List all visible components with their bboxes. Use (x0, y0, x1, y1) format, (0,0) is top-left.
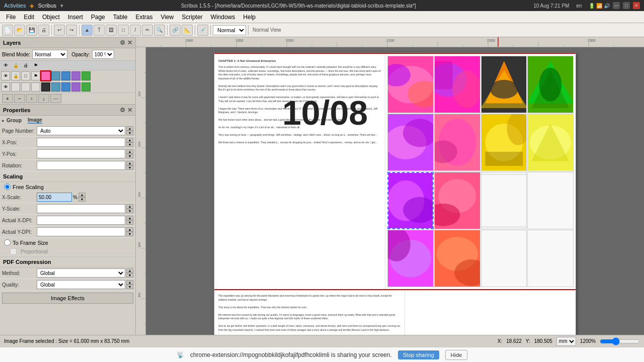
activities-label[interactable]: Activities (4, 3, 26, 9)
page-number-down[interactable]: ▼ (126, 131, 133, 135)
menu-insert[interactable]: Insert (64, 13, 87, 22)
ypos-up[interactable]: ▲ (126, 149, 133, 154)
layer1-print[interactable]: □ (21, 71, 30, 80)
move-layer-up-button[interactable]: ↑ (26, 94, 37, 103)
menu-windows[interactable]: Windows (207, 13, 239, 22)
xscale-down[interactable]: ▼ (78, 197, 86, 202)
unit-select[interactable]: mm (556, 337, 576, 346)
canvas-area[interactable]: 1900 1950 2000 2100 2200 2300 (136, 37, 644, 335)
text-tool[interactable]: T (94, 25, 105, 36)
layer2-print[interactable] (21, 82, 30, 92)
layer2-color-1[interactable] (41, 82, 50, 92)
properties-settings-icon[interactable]: ⚙ (120, 107, 125, 114)
menu-view[interactable]: View (156, 13, 178, 22)
open-button[interactable]: 📂 (14, 25, 25, 36)
shape-tool[interactable]: □ (118, 25, 129, 36)
actual-xdpi-input[interactable]: 146.00 (37, 216, 125, 225)
menu-table[interactable]: Table (109, 13, 132, 22)
rotation-up[interactable]: ▲ (126, 161, 133, 165)
menu-object[interactable]: Object (38, 13, 64, 22)
actual-ydpi-input[interactable]: 146.00 (37, 227, 125, 236)
layer1-color-4[interactable] (71, 71, 80, 80)
menu-edit[interactable]: Edit (20, 13, 38, 22)
ypos-input[interactable]: 0.000 mm (37, 149, 125, 158)
measure-tool[interactable]: 📐 (182, 25, 193, 36)
prop-tab-group[interactable]: ▸ (2, 118, 5, 123)
new-button[interactable]: 📄 (2, 25, 13, 36)
actual-xdpi-up[interactable]: ▲ (126, 216, 133, 220)
mode-select[interactable]: Normal (213, 25, 246, 35)
free-scaling-radio[interactable] (4, 184, 11, 190)
layer2-eye[interactable]: 👁 (1, 82, 10, 92)
menu-extras[interactable]: Extras (131, 13, 156, 22)
image-tool[interactable]: 🖼 (106, 25, 117, 36)
menu-help[interactable]: Help (239, 13, 260, 22)
add-layer-button[interactable]: + (2, 94, 13, 103)
method-select[interactable]: Global (37, 268, 125, 278)
opacity-select[interactable]: 100 % (92, 50, 114, 59)
maximize-button[interactable]: □ (623, 2, 630, 9)
method-down[interactable]: ▼ (126, 273, 133, 278)
layer1-lock[interactable]: 🔒 (11, 71, 20, 80)
link-tool[interactable]: 🔗 (170, 25, 181, 36)
layer2-color-4[interactable] (71, 82, 80, 92)
yscale-down[interactable]: ▼ (126, 209, 133, 213)
yscale-up[interactable]: ▲ (126, 204, 133, 209)
layer2-lock[interactable] (11, 82, 20, 92)
layer2-color-3[interactable] (61, 82, 70, 92)
layer1-color-2[interactable] (51, 71, 60, 80)
undo-button[interactable]: ↩ (54, 25, 65, 36)
xpos-up[interactable]: ▲ (126, 138, 133, 142)
xscale-up[interactable]: ▲ (78, 193, 86, 197)
move-layer-down-button[interactable]: ↓ (38, 94, 49, 103)
quality-select[interactable]: Global (37, 280, 125, 289)
close-button[interactable]: ✕ (633, 2, 640, 9)
line-tool[interactable]: / (130, 25, 141, 36)
actual-ydpi-up[interactable]: ▲ (126, 227, 133, 232)
layers-close-icon[interactable]: ✕ (127, 39, 132, 46)
actual-xdpi-down[interactable]: ▼ (126, 220, 133, 225)
stop-sharing-button[interactable]: Stop sharing (398, 350, 439, 359)
properties-close-icon[interactable]: ✕ (127, 107, 132, 114)
to-frame-size-label[interactable]: To Frame Size (13, 240, 48, 246)
quality-up[interactable]: ▲ (126, 280, 133, 285)
quality-down[interactable]: ▼ (126, 285, 133, 289)
proportional-checkbox[interactable] (10, 248, 17, 255)
layer1-color-1[interactable] (41, 71, 50, 80)
proportional-label[interactable]: Proportional (21, 249, 48, 254)
menu-file[interactable]: File (2, 13, 20, 22)
hide-button[interactable]: Hide (445, 350, 468, 360)
layer1-color-5[interactable] (82, 71, 91, 80)
layer2-color-2[interactable] (51, 82, 60, 92)
zoom-tool[interactable]: 🔍 (154, 25, 165, 36)
rotation-down[interactable]: ▼ (126, 165, 133, 170)
method-up[interactable]: ▲ (126, 268, 133, 273)
free-scaling-label[interactable]: Free Scaling (13, 184, 44, 190)
redo-button[interactable]: ↪ (66, 25, 77, 36)
prop-image-label[interactable]: Image (28, 117, 42, 124)
to-frame-size-radio[interactable] (4, 239, 11, 246)
pencil-tool[interactable]: ✏ (142, 25, 153, 36)
layer2-color-5[interactable] (82, 82, 91, 92)
layer-options-button[interactable]: ⋯ (50, 94, 61, 103)
layer1-eye[interactable]: 👁 (1, 71, 10, 80)
blend-mode-select[interactable]: Normal (32, 50, 67, 59)
layers-settings-icon[interactable]: ⚙ (120, 39, 125, 46)
layer1-flag[interactable]: ⚑ (31, 71, 40, 80)
zoom-slider[interactable] (600, 338, 640, 345)
menu-scripter[interactable]: Scripter (178, 13, 206, 22)
save-button[interactable]: 💾 (26, 25, 37, 36)
remove-layer-button[interactable]: − (14, 94, 25, 103)
minimize-button[interactable]: — (613, 2, 620, 9)
xpos-down[interactable]: ▼ (126, 142, 133, 147)
layer1-color-3[interactable] (61, 71, 70, 80)
actual-ydpi-down[interactable]: ▼ (126, 232, 133, 236)
xpos-input[interactable]: 0.000 mm (37, 138, 125, 147)
yscale-input[interactable]: 50.00 % (37, 204, 125, 213)
menu-page[interactable]: Page (87, 13, 109, 22)
page-number-select[interactable]: Auto (37, 126, 125, 135)
page-number-up[interactable]: ▲ (126, 126, 133, 131)
xscale-input[interactable] (37, 193, 72, 202)
layer2-flag[interactable] (31, 82, 40, 92)
select-tool[interactable]: ▲ (82, 25, 93, 36)
